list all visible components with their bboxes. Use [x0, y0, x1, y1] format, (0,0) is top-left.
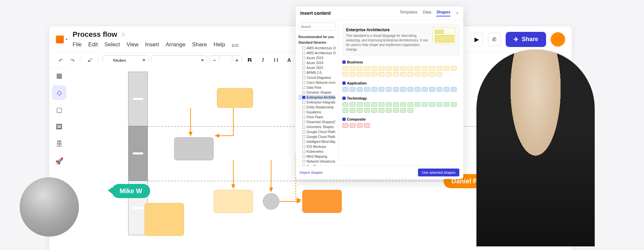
library-item[interactable]: BPMN 2.0 — [298, 70, 335, 75]
checkbox-icon[interactable] — [302, 101, 305, 104]
menu-arrange[interactable]: Arrange — [166, 41, 185, 48]
library-item[interactable]: Enterprise Integration — [298, 100, 335, 105]
shape-swatch[interactable] — [422, 87, 428, 92]
shape-swatch[interactable] — [444, 87, 449, 92]
flow-node-2[interactable] — [174, 137, 214, 160]
shape-swatch[interactable] — [379, 108, 384, 113]
shape-swatch[interactable] — [400, 102, 406, 107]
lane-1[interactable] — [128, 72, 148, 126]
library-item[interactable]: Circuit Diagrams — [298, 75, 335, 80]
section-standard[interactable]: Standard libraries — [298, 41, 335, 44]
shape-swatch[interactable] — [422, 66, 428, 71]
library-item[interactable]: Dynamic Shapes — [298, 90, 335, 95]
shape-swatch[interactable] — [429, 66, 435, 71]
star-icon[interactable]: ☆ — [121, 31, 126, 38]
library-search-input[interactable] — [298, 23, 335, 31]
checkbox-icon[interactable] — [302, 130, 305, 133]
shape-swatch[interactable] — [393, 108, 399, 113]
menu-share[interactable]: Share — [192, 41, 207, 48]
shape-swatch[interactable] — [386, 102, 392, 107]
menu-file[interactable]: File — [73, 41, 81, 48]
flow-node-3[interactable] — [214, 190, 253, 213]
shape-swatch[interactable] — [451, 66, 457, 71]
menu-view[interactable]: View — [126, 41, 139, 48]
shape-swatch[interactable] — [371, 72, 377, 77]
checkbox-icon[interactable] — [302, 111, 305, 114]
shape-swatch[interactable] — [371, 87, 377, 92]
close-icon[interactable]: ✕ — [456, 11, 459, 15]
checkbox-icon[interactable] — [302, 140, 305, 143]
shape-swatch[interactable] — [342, 72, 348, 77]
library-item[interactable]: Google Cloud Platform ... — [298, 129, 335, 134]
shape-swatch[interactable] — [393, 87, 399, 92]
library-item[interactable]: AWS Architecture 2019 — [298, 46, 335, 51]
shape-swatch[interactable] — [342, 102, 348, 107]
shape-swatch[interactable] — [350, 72, 356, 77]
tab-templates[interactable]: Templates — [400, 10, 418, 16]
checkbox-icon[interactable] — [302, 61, 305, 64]
library-item[interactable]: iOS Mockups — [298, 144, 335, 149]
checkbox-icon[interactable] — [342, 81, 346, 85]
share-button[interactable]: ✈ Share — [506, 32, 546, 47]
search-icon[interactable]: ⌕⌕ — [232, 41, 239, 48]
shape-swatch[interactable] — [364, 123, 370, 128]
checkbox-icon[interactable] — [342, 60, 346, 64]
record-button[interactable]: ⎚ — [488, 33, 501, 46]
shape-swatch[interactable] — [357, 123, 363, 128]
flow-node-1[interactable] — [217, 88, 253, 108]
checkbox-icon[interactable] — [302, 71, 305, 74]
shape-swatch[interactable] — [357, 108, 363, 113]
checkbox-icon[interactable] — [302, 135, 305, 138]
tab-shapes[interactable]: Shapes — [436, 10, 450, 16]
shape-swatch[interactable] — [422, 72, 428, 77]
flow-node-4[interactable] — [263, 193, 279, 210]
shape-swatch[interactable] — [342, 123, 348, 128]
library-item[interactable]: AWS Architecture 2021 — [298, 51, 335, 56]
checkbox-icon[interactable] — [302, 76, 305, 79]
shape-swatch[interactable] — [386, 87, 392, 92]
shape-swatch[interactable] — [407, 108, 413, 113]
shape-swatch[interactable] — [436, 72, 442, 77]
shape-swatch[interactable] — [436, 87, 442, 92]
menu-edit[interactable]: Edit — [88, 41, 98, 48]
checkbox-icon[interactable] — [302, 160, 305, 163]
library-item[interactable]: Mind Mapping — [298, 154, 335, 159]
shape-swatch[interactable] — [444, 66, 449, 71]
checkbox-icon[interactable] — [302, 145, 305, 148]
shape-swatch[interactable] — [429, 87, 435, 92]
shape-swatch[interactable] — [393, 66, 399, 71]
library-item[interactable]: Google Cloud Platform ... — [298, 134, 335, 139]
shape-swatch[interactable] — [342, 108, 348, 113]
import-shapes-link[interactable]: Import shapes — [300, 170, 323, 174]
shape-swatch[interactable] — [350, 66, 356, 71]
shape-swatch[interactable] — [386, 66, 392, 71]
checkbox-icon[interactable] — [302, 125, 305, 128]
checkbox-icon[interactable] — [302, 81, 305, 84]
shape-swatch[interactable] — [364, 66, 370, 71]
shape-swatch[interactable] — [357, 87, 363, 92]
shape-swatch[interactable] — [342, 87, 348, 92]
shape-swatch[interactable] — [400, 87, 406, 92]
tab-data[interactable]: Data — [423, 10, 431, 16]
use-selected-shapes-button[interactable]: Use selected shapes — [418, 169, 459, 176]
library-item[interactable]: Enterprise Architecture — [298, 95, 335, 100]
checkbox-icon[interactable] — [302, 121, 305, 124]
lane-2[interactable] — [128, 126, 148, 181]
sidebar-data[interactable]: 🗄 — [52, 137, 66, 151]
shape-swatch[interactable] — [415, 102, 421, 107]
shape-swatch[interactable] — [393, 72, 399, 77]
shape-swatch[interactable] — [379, 72, 384, 77]
shape-swatch[interactable] — [407, 102, 413, 107]
shape-swatch[interactable] — [407, 87, 413, 92]
library-item[interactable]: Entity Relationship — [298, 105, 335, 110]
shape-swatch[interactable] — [357, 72, 363, 77]
shape-swatch[interactable] — [415, 66, 421, 71]
shape-swatch[interactable] — [444, 102, 449, 107]
user-avatar[interactable] — [551, 32, 565, 47]
shape-swatch[interactable] — [400, 72, 406, 77]
checkbox-icon[interactable] — [302, 52, 305, 55]
shape-swatch[interactable] — [364, 108, 370, 113]
library-item[interactable]: Kubernetes — [298, 149, 335, 154]
shape-swatch[interactable] — [379, 66, 384, 71]
shape-swatch[interactable] — [415, 72, 421, 77]
